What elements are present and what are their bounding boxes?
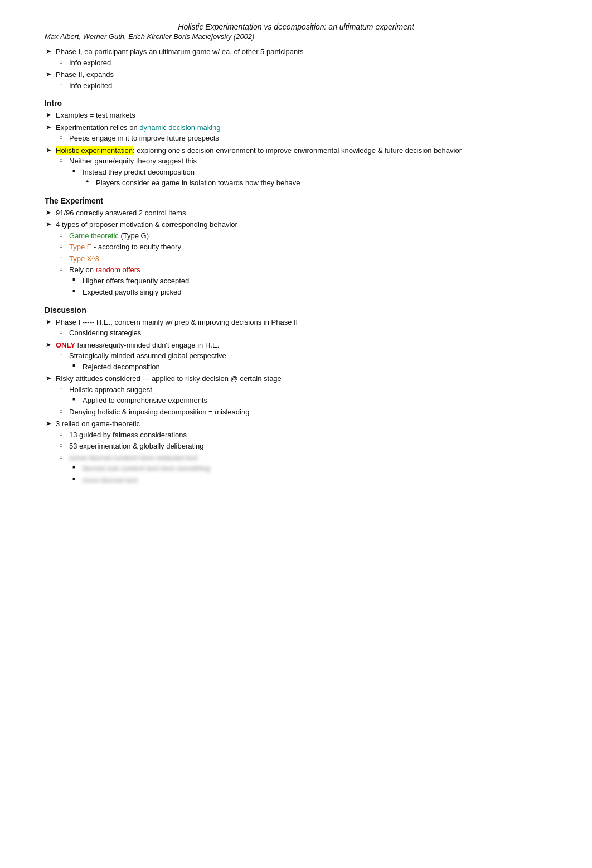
list-item: Rejected decomposition <box>83 361 547 373</box>
list-item: Players consider ea game in isolation to… <box>96 177 547 189</box>
list-item: Considering strategies <box>69 327 547 339</box>
level2-list: 13 guided by fairness considerations 53 … <box>56 430 547 486</box>
holistic-highlight: Holistic experimentation <box>56 146 133 155</box>
list-item: ONLY fairness/equity-minded didn't engag… <box>56 340 547 373</box>
section-header-discussion: Discussion <box>45 306 547 315</box>
list-item: Phase I, ea participant plays an ultimat… <box>56 46 547 68</box>
item-text: Phase II, expands <box>56 70 114 79</box>
list-item: Neither game/equity theory suggest this … <box>69 156 547 189</box>
blurred-sub: blurred sub content text here something <box>83 464 210 472</box>
list-item: Type X^3 <box>69 253 547 264</box>
random-offers-highlight: random offers <box>96 266 140 274</box>
list-item: Examples = test markets <box>56 110 547 121</box>
game-theoretic-highlight: Game theoretic <box>69 232 119 240</box>
level3-list: Applied to comprehensive experiments <box>69 395 547 406</box>
only-highlight: ONLY <box>56 341 75 349</box>
list-item: Phase II, expands Info exploited <box>56 69 547 91</box>
list-item: Peeps engage in it to improve future pro… <box>69 133 547 144</box>
highlight-teal: dynamic decision making <box>139 123 220 132</box>
list-item: blurred sub content text here something <box>83 463 547 474</box>
page-title: Holistic Experimentation vs decompositio… <box>45 22 547 31</box>
blurred-item: some blurred content here redacted text <box>69 454 198 462</box>
section-header-intro: Intro <box>45 99 547 108</box>
experiment-list: 91/96 correctly answered 2 control items… <box>45 208 547 298</box>
list-item: Risky attitudes considered --- applied t… <box>56 373 547 417</box>
section-header-experiment: The Experiment <box>45 196 547 205</box>
list-item: Holistic experimentation: exploring one'… <box>56 145 547 189</box>
level3-list-blurred: blurred sub content text here something … <box>69 463 547 485</box>
list-item: Type E - according to equity theory <box>69 242 547 253</box>
page-subtitle: Max Albert, Werner Guth, Erich Kirchler … <box>45 32 547 41</box>
list-item: Holistic approach suggest Applied to com… <box>69 384 547 406</box>
list-item: 91/96 correctly answered 2 control items <box>56 208 547 219</box>
level2-list: Info explored <box>56 57 547 69</box>
level2-list: Peeps engage in it to improve future pro… <box>56 133 547 144</box>
type-e-highlight: Type E <box>69 243 91 251</box>
list-item: Info exploited <box>69 80 547 91</box>
level2-list: Considering strategies <box>56 327 547 339</box>
list-item: Applied to comprehensive experiments <box>83 395 547 406</box>
top-bullets-list: Phase I, ea participant plays an ultimat… <box>45 46 547 91</box>
level3-list: Rejected decomposition <box>69 361 547 373</box>
list-item: Experimentation relies on dynamic decisi… <box>56 122 547 144</box>
list-item: 53 experimentation & globally deliberati… <box>69 441 547 452</box>
list-item: more blurred text <box>83 475 547 486</box>
level3-list: Higher offers frequently accepted Expect… <box>69 276 547 298</box>
list-item: Higher offers frequently accepted <box>83 276 547 287</box>
list-item: 13 guided by fairness considerations <box>69 430 547 441</box>
type-x3-highlight: Type X^3 <box>69 254 99 263</box>
list-item: 4 types of proposer motivation & corresp… <box>56 219 547 298</box>
intro-list: Examples = test markets Experimentation … <box>45 110 547 189</box>
list-item: Denying holistic & imposing decompositio… <box>69 407 547 418</box>
level2-list: Neither game/equity theory suggest this … <box>56 156 547 189</box>
list-item: 3 relied on game-theoretic 13 guided by … <box>56 418 547 485</box>
level2-list: Strategically minded assumed global pers… <box>56 350 547 372</box>
list-item: Instead they predict decomposition Playe… <box>83 167 547 189</box>
level2-list: Info exploited <box>56 80 547 91</box>
level3-list: Instead they predict decomposition Playe… <box>69 167 547 189</box>
level4-list: Players consider ea game in isolation to… <box>83 177 547 189</box>
list-item: Phase I ----- H.E., concern mainly w/ pr… <box>56 317 547 339</box>
discussion-list: Phase I ----- H.E., concern mainly w/ pr… <box>45 317 547 486</box>
list-item: Rely on random offers Higher offers freq… <box>69 264 547 298</box>
list-item: Game theoretic (Type G) <box>69 230 547 242</box>
list-item: some blurred content here redacted text … <box>69 452 547 486</box>
list-item: Strategically minded assumed global pers… <box>69 350 547 372</box>
level2-list: Holistic approach suggest Applied to com… <box>56 384 547 418</box>
list-item: Info explored <box>69 57 547 69</box>
list-item: Expected payoffs singly picked <box>83 287 547 298</box>
blurred-sub2: more blurred text <box>83 476 137 484</box>
level2-list: Game theoretic (Type G) Type E - accordi… <box>56 230 547 298</box>
item-text: Phase I, ea participant plays an ultimat… <box>56 47 303 56</box>
